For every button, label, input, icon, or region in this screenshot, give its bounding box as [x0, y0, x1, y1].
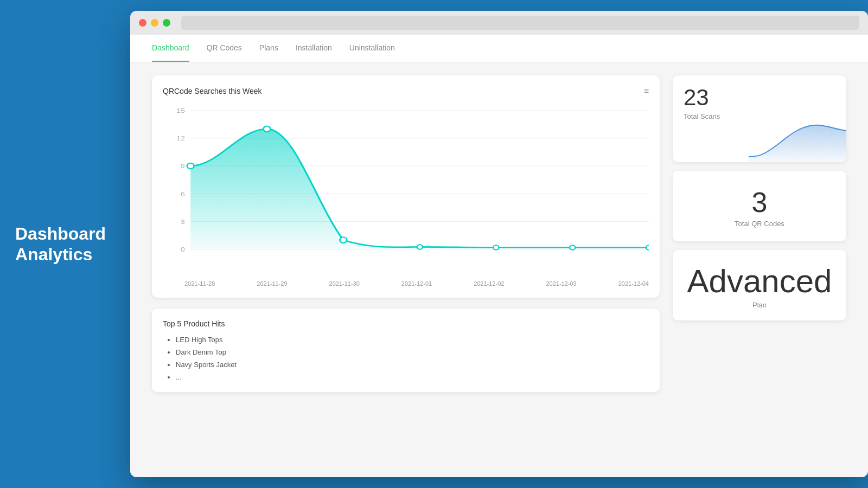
browser-window: Dashboard QR Codes Plans Installation Un… — [130, 11, 868, 477]
total-qr-codes-number: 3 — [684, 188, 835, 216]
tab-qr-codes[interactable]: QR Codes — [207, 35, 242, 62]
list-item: LED High Tops — [176, 336, 649, 344]
svg-point-16 — [493, 245, 499, 250]
svg-text:12: 12 — [176, 134, 185, 142]
svg-point-15 — [417, 245, 422, 249]
total-qr-codes-label: Total QR Codes — [684, 220, 835, 228]
svg-point-14 — [340, 237, 347, 243]
svg-point-12 — [187, 163, 194, 169]
main-area: QRCode Searches this Week ≡ — [130, 62, 868, 477]
chart-title: QRCode Searches this Week — [163, 87, 262, 95]
chart-header: QRCode Searches this Week ≡ — [163, 86, 649, 96]
traffic-light-green[interactable] — [163, 19, 170, 27]
product-hits-title: Top 5 Product Hits — [163, 319, 649, 328]
product-list: LED High Tops Dark Denim Top Navy Sports… — [163, 336, 649, 381]
total-scans-card: 23 Total Scans — [673, 75, 846, 162]
x-label-1: 2021-11-29 — [257, 280, 287, 287]
x-label-5: 2021-12-03 — [546, 280, 576, 287]
svg-point-18 — [646, 245, 649, 250]
traffic-light-yellow[interactable] — [151, 19, 158, 27]
svg-text:6: 6 — [181, 190, 185, 198]
chart-svg: 0 3 6 9 12 15 — [163, 105, 649, 278]
traffic-light-red[interactable] — [139, 19, 146, 27]
total-qr-codes-card: 3 Total QR Codes — [673, 171, 846, 241]
x-label-3: 2021-12-01 — [401, 280, 432, 287]
total-scans-number: 23 — [684, 86, 835, 109]
x-label-6: 2021-12-04 — [618, 280, 649, 287]
nav-tabs: Dashboard QR Codes Plans Installation Un… — [130, 35, 868, 62]
svg-point-13 — [264, 126, 271, 132]
hamburger-menu-icon[interactable]: ≡ — [644, 86, 649, 96]
x-label-4: 2021-12-02 — [474, 280, 504, 287]
right-panel: 23 Total Scans — [673, 75, 846, 464]
chart-card: QRCode Searches this Week ≡ — [152, 75, 660, 298]
browser-content: Dashboard QR Codes Plans Installation Un… — [130, 35, 868, 477]
list-item: Navy Sports Jacket — [176, 361, 649, 369]
svg-text:0: 0 — [181, 246, 185, 253]
tab-installation[interactable]: Installation — [296, 35, 332, 62]
x-label-2: 2021-11-30 — [329, 280, 360, 287]
product-hits-card: Top 5 Product Hits LED High Tops Dark De… — [152, 309, 660, 392]
sidebar-text: Dashboard Analytics — [15, 223, 106, 265]
tab-uninstallation[interactable]: Uninstallation — [349, 35, 395, 62]
x-label-0: 2021-11-28 — [184, 280, 215, 287]
list-item: Dark Denim Top — [176, 348, 649, 356]
svg-point-17 — [570, 245, 575, 250]
browser-titlebar — [130, 11, 868, 35]
svg-text:15: 15 — [176, 107, 185, 114]
tab-dashboard[interactable]: Dashboard — [152, 35, 189, 62]
plan-card: Advanced Plan — [673, 250, 846, 320]
tab-plans[interactable]: Plans — [259, 35, 278, 62]
chart-container: 0 3 6 9 12 15 — [163, 105, 649, 278]
x-labels: 2021-11-28 2021-11-29 2021-11-30 2021-12… — [163, 278, 649, 287]
list-item: ... — [176, 373, 649, 381]
plan-label: Plan — [684, 301, 835, 309]
svg-text:9: 9 — [181, 162, 185, 170]
plan-name: Advanced — [684, 265, 835, 298]
address-bar[interactable] — [181, 16, 859, 30]
svg-text:3: 3 — [181, 218, 185, 226]
left-panel: QRCode Searches this Week ≡ — [152, 75, 660, 464]
mini-chart-svg — [749, 119, 846, 162]
